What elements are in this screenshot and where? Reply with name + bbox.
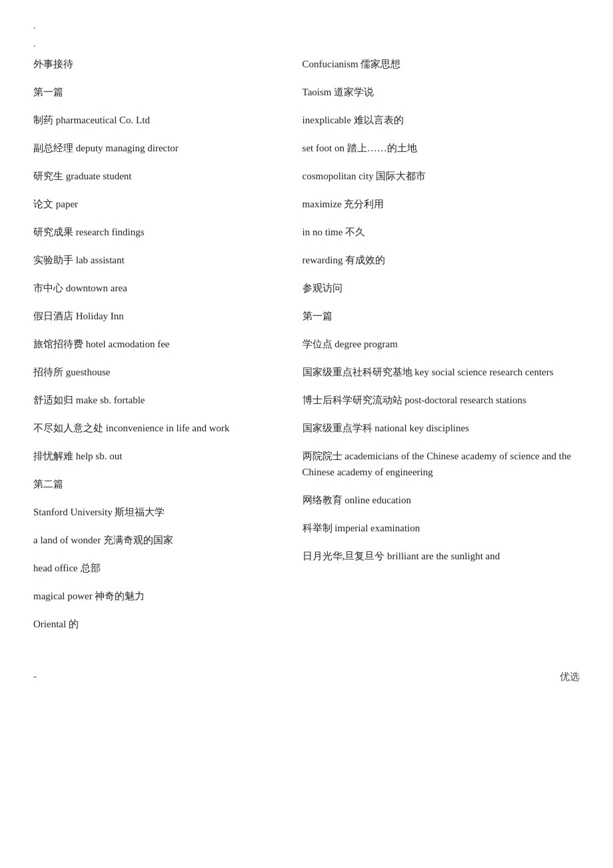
page-container: . . 外事接待第一篇制药 pharmaceutical Co. Ltd副总经理…: [33, 20, 580, 683]
right-entry-9: 参观访问: [303, 280, 580, 296]
right-entry-text-13: 博士后科学研究流动站 post-doctoral research statio…: [303, 395, 526, 405]
right-entry-2: inexplicable 难以言表的: [303, 112, 580, 128]
right-entry-text-4: cosmopolitan city 国际大都市: [303, 171, 426, 181]
left-entry-text-5: 论文 paper: [33, 199, 78, 209]
right-entry-text-1: Taoism 道家学说: [303, 87, 374, 97]
left-entry-text-1: 第一篇: [33, 87, 63, 97]
left-entry-text-20: magical power 神奇的魅力: [33, 591, 145, 601]
left-entry-1: 第一篇: [33, 84, 283, 100]
right-entry-text-17: 科举制 imperial examination: [303, 523, 420, 533]
left-entry-16: 第二篇: [33, 476, 283, 492]
left-entry-13: 不尽如人意之处 inconvenience in life and work: [33, 420, 283, 436]
right-entry-0: Confucianism 儒家思想: [303, 56, 580, 72]
left-entry-2: 制药 pharmaceutical Co. Ltd: [33, 112, 283, 128]
left-entry-10: 旅馆招待费 hotel acmodation fee: [33, 336, 283, 352]
left-entry-text-17: Stanford University 斯坦福大学: [33, 507, 165, 517]
right-entry-text-18: 日月光华,旦复旦兮 brilliant are the sunlight and: [303, 551, 500, 561]
left-entry-text-8: 市中心 downtown area: [33, 283, 127, 293]
right-entry-1: Taoism 道家学说: [303, 84, 580, 100]
right-entry-text-3: set foot on 踏上……的土地: [303, 143, 417, 153]
dot-line-2: .: [33, 38, 580, 49]
left-entry-5: 论文 paper: [33, 196, 283, 212]
left-entry-20: magical power 神奇的魅力: [33, 588, 283, 604]
left-entry-text-7: 实验助手 lab assistant: [33, 255, 125, 265]
left-entry-text-0: 外事接待: [33, 59, 73, 69]
footer-youxuan: 优选: [560, 671, 580, 683]
right-entry-text-11: 学位点 degree program: [303, 339, 398, 349]
left-entry-text-21: Oriental 的: [33, 619, 79, 629]
left-entry-text-6: 研究成果 research findings: [33, 227, 145, 237]
left-entry-19: head office 总部: [33, 560, 283, 576]
right-entry-10: 第一篇: [303, 308, 580, 324]
right-entry-16: 网络教育 online education: [303, 492, 580, 508]
right-entry-5: maximize 充分利用: [303, 196, 580, 212]
right-entry-15: 两院院士 academicians of the Chinese academy…: [303, 448, 580, 480]
left-entry-6: 研究成果 research findings: [33, 224, 283, 240]
right-entry-11: 学位点 degree program: [303, 336, 580, 352]
left-entry-0: 外事接待: [33, 56, 283, 72]
right-entry-text-16: 网络教育 online education: [303, 495, 411, 505]
left-entry-11: 招待所 guesthouse: [33, 364, 283, 380]
right-entry-text-7: rewarding 有成效的: [303, 255, 386, 265]
right-entry-text-10: 第一篇: [303, 311, 332, 321]
right-entry-7: rewarding 有成效的: [303, 252, 580, 268]
left-entry-text-14: 排忧解难 help sb. out: [33, 451, 122, 461]
left-entry-text-2: 制药 pharmaceutical Co. Ltd: [33, 115, 150, 125]
left-entry-18: a land of wonder 充满奇观的国家: [33, 532, 283, 548]
left-entry-text-12: 舒适如归 make sb. fortable: [33, 395, 145, 405]
footer-dash: -: [33, 671, 37, 683]
left-column: 外事接待第一篇制药 pharmaceutical Co. Ltd副总经理 dep…: [33, 56, 296, 644]
right-entry-text-0: Confucianism 儒家思想: [303, 59, 401, 69]
right-entry-3: set foot on 踏上……的土地: [303, 140, 580, 156]
left-entry-text-16: 第二篇: [33, 479, 63, 489]
left-entry-text-3: 副总经理 deputy managing director: [33, 143, 179, 153]
right-entry-17: 科举制 imperial examination: [303, 520, 580, 536]
left-entry-4: 研究生 graduate student: [33, 168, 283, 184]
footer-row: - 优选: [33, 664, 580, 683]
right-entry-14: 国家级重点学科 national key disciplines: [303, 420, 580, 436]
right-column: Confucianism 儒家思想Taoism 道家学说inexplicable…: [296, 56, 580, 644]
left-entry-14: 排忧解难 help sb. out: [33, 448, 283, 464]
main-content: 外事接待第一篇制药 pharmaceutical Co. Ltd副总经理 dep…: [33, 56, 580, 644]
right-entry-18: 日月光华,旦复旦兮 brilliant are the sunlight and: [303, 548, 580, 564]
left-entry-8: 市中心 downtown area: [33, 280, 283, 296]
left-entry-text-11: 招待所 guesthouse: [33, 367, 110, 377]
dot-line-1: .: [33, 20, 580, 31]
left-entry-12: 舒适如归 make sb. fortable: [33, 392, 283, 408]
right-entry-text-15: 两院院士 academicians of the Chinese academy…: [303, 451, 572, 477]
right-entry-text-14: 国家级重点学科 national key disciplines: [303, 423, 469, 433]
right-entry-text-12: 国家级重点社科研究基地 key social science research …: [303, 367, 554, 377]
left-entry-21: Oriental 的: [33, 616, 283, 632]
left-entry-text-18: a land of wonder 充满奇观的国家: [33, 535, 173, 545]
left-entry-text-13: 不尽如人意之处 inconvenience in life and work: [33, 423, 230, 433]
left-entry-7: 实验助手 lab assistant: [33, 252, 283, 268]
right-entry-text-2: inexplicable 难以言表的: [303, 115, 404, 125]
left-entry-text-4: 研究生 graduate student: [33, 171, 131, 181]
right-entry-text-5: maximize 充分利用: [303, 199, 384, 209]
left-entry-17: Stanford University 斯坦福大学: [33, 504, 283, 520]
right-entry-6: in no time 不久: [303, 224, 580, 240]
left-entry-text-19: head office 总部: [33, 563, 101, 573]
right-entry-text-9: 参观访问: [303, 283, 342, 293]
right-entry-text-6: in no time 不久: [303, 227, 366, 237]
left-entry-3: 副总经理 deputy managing director: [33, 140, 283, 156]
right-entry-12: 国家级重点社科研究基地 key social science research …: [303, 364, 580, 380]
left-entry-text-10: 旅馆招待费 hotel acmodation fee: [33, 339, 170, 349]
left-entry-text-9: 假日酒店 Holiday Inn: [33, 311, 124, 321]
right-entry-13: 博士后科学研究流动站 post-doctoral research statio…: [303, 392, 580, 408]
right-entry-4: cosmopolitan city 国际大都市: [303, 168, 580, 184]
left-entry-9: 假日酒店 Holiday Inn: [33, 308, 283, 324]
